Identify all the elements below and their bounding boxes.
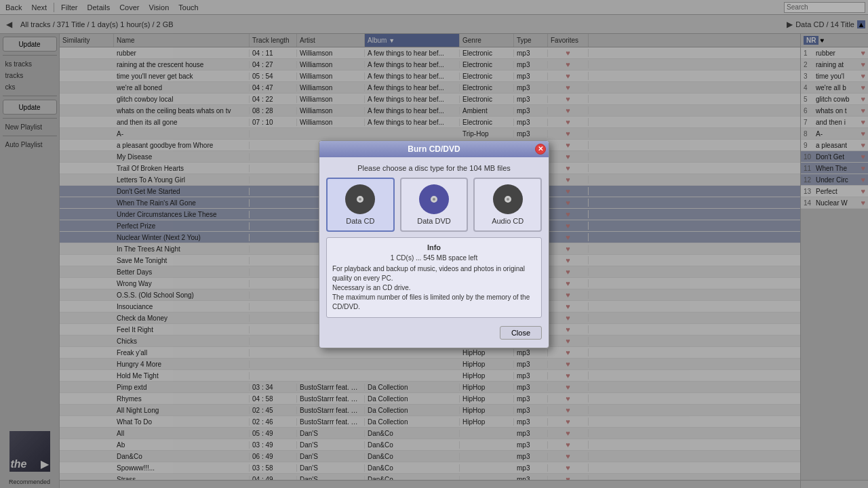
modal-title: Burn CD/DVD	[325, 144, 543, 154]
disc-icon-inner-audio	[505, 196, 511, 203]
modal-overlay: Burn CD/DVD ✕ Please choose a disc type …	[0, 0, 868, 488]
modal-title-bar: Burn CD/DVD ✕	[319, 141, 549, 157]
disc-option-audio-cd[interactable]: Audio CD	[473, 178, 542, 232]
disc-icon-inner-dvd	[431, 196, 437, 203]
info-box: Info 1 CD(s) ... 545 MB space left For p…	[326, 237, 542, 318]
burn-cd-dialog: Burn CD/DVD ✕ Please choose a disc type …	[319, 140, 549, 348]
disc-options: Data CD Data DVD Audio CD	[326, 178, 542, 232]
audio-cd-label: Audio CD	[492, 217, 524, 225]
modal-close-button[interactable]: ✕	[535, 144, 546, 155]
modal-footer: Close	[326, 323, 542, 341]
modal-body: Please choose a disc type for the 104 MB…	[319, 157, 549, 348]
data-dvd-label: Data DVD	[417, 217, 451, 225]
info-line1: 1 CD(s) ... 545 MB space left	[332, 254, 536, 262]
audio-cd-icon	[493, 184, 523, 214]
modal-subtitle: Please choose a disc type for the 104 MB…	[326, 164, 542, 172]
info-desc: For playback and backup of music, videos…	[332, 264, 536, 312]
disc-option-data-cd[interactable]: Data CD	[326, 178, 395, 232]
modal-close-btn-footer[interactable]: Close	[500, 326, 542, 340]
data-dvd-icon	[419, 184, 449, 214]
disc-option-data-dvd[interactable]: Data DVD	[400, 178, 469, 232]
info-title: Info	[332, 243, 536, 251]
data-cd-icon	[345, 184, 375, 214]
disc-icon-inner	[357, 196, 363, 203]
data-cd-label: Data CD	[346, 217, 374, 225]
